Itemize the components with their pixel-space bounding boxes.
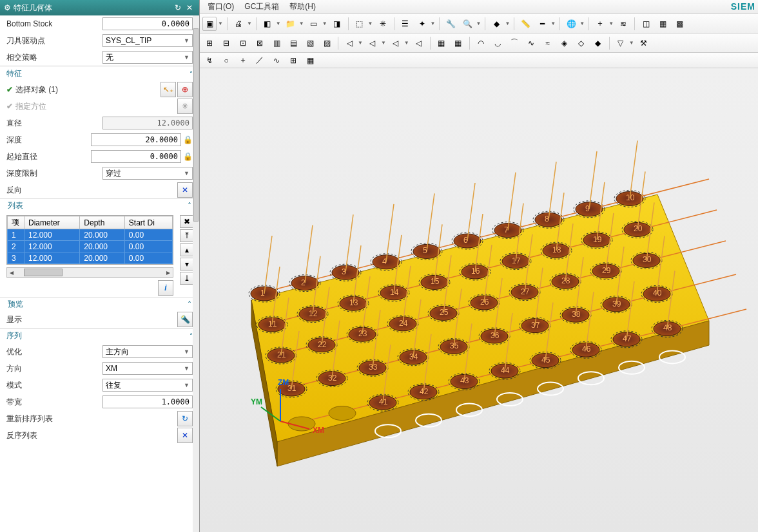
tb3-curve7-icon[interactable]: ▦ [303, 53, 317, 68]
col-startdi[interactable]: Start Di [124, 216, 172, 229]
col-depth[interactable]: Depth [80, 216, 125, 229]
tb2-b-icon[interactable]: ⊟ [219, 36, 233, 50]
tb3-curve6-icon[interactable]: ⊞ [286, 53, 300, 68]
tb3-curve3-icon[interactable]: ＋ [236, 53, 250, 68]
list-up-button[interactable]: ▴ [180, 243, 194, 256]
list-bottom-button[interactable]: ⤓ [180, 272, 194, 285]
tool-drive-select[interactable]: SYS_CL_TIP▼ [102, 34, 193, 47]
tb-list-icon[interactable]: ☰ [398, 17, 413, 31]
preview-section-header[interactable]: 预览˄ [0, 297, 199, 311]
viewport[interactable]: 1234567891011121314151617181920212223242… [200, 68, 758, 532]
tb2-grid2-icon[interactable]: ▦ [451, 36, 465, 50]
sequence-section-header[interactable]: 序列˄ [0, 328, 199, 343]
orient-csys-button[interactable]: ✳ [177, 99, 193, 114]
tb3-curve1-icon[interactable]: ↯ [202, 53, 217, 68]
list-down-button[interactable]: ▾ [180, 258, 194, 271]
tb2-surf4-icon[interactable]: ∿ [524, 36, 538, 50]
tb-print-icon[interactable]: 🖨 [231, 17, 246, 31]
tb-cube1-icon[interactable]: ◫ [639, 17, 653, 31]
start-dia-input[interactable] [91, 150, 181, 163]
tb2-tri-icon[interactable]: ▽ [614, 36, 628, 50]
tb-folder-icon[interactable]: 📁 [284, 17, 298, 31]
list-remove-button[interactable]: ✖ [180, 215, 194, 228]
tb-axis-icon[interactable]: ✦ [415, 17, 429, 31]
lock-icon[interactable]: 🔒 [182, 135, 193, 145]
tb-wrench-icon[interactable]: 🔧 [443, 17, 458, 31]
tb2-surf7-icon[interactable]: ◇ [574, 36, 588, 50]
tb2-sp3-icon[interactable]: ◁ [389, 36, 403, 50]
tb-diamond-icon[interactable]: ◆ [489, 17, 503, 31]
lock-icon[interactable]: 🔒 [182, 151, 193, 162]
tb3-curve5-icon[interactable]: ∿ [269, 53, 284, 68]
revseq-button[interactable]: ✕ [177, 428, 193, 443]
tb2-g-icon[interactable]: ▧ [303, 36, 317, 50]
reorder-button[interactable]: ↻ [177, 411, 193, 426]
tb2-c-icon[interactable]: ⊡ [236, 36, 250, 50]
tb-layers-icon[interactable]: ≋ [616, 17, 630, 31]
table-row[interactable]: 112.00020.0000.00 [8, 229, 173, 241]
select-target-button[interactable]: ⊕ [177, 82, 193, 97]
col-item[interactable]: 项 [8, 216, 24, 229]
tb2-surf2-icon[interactable]: ◡ [491, 36, 505, 50]
tb2-sp4-icon[interactable]: ◁ [412, 36, 426, 50]
tb-cube3-icon[interactable]: ▩ [672, 17, 686, 31]
list-info-button[interactable]: i [158, 280, 173, 296]
tb2-d-icon[interactable]: ⊠ [253, 36, 267, 50]
tb-magnify-icon[interactable]: 🔍 [460, 17, 474, 31]
tb2-surf1-icon[interactable]: ◠ [474, 36, 488, 50]
optimize-select[interactable]: 主方向▼ [102, 345, 193, 358]
direction-select[interactable]: XM▼ [102, 362, 193, 375]
tb-globe-icon[interactable]: 🌐 [564, 17, 578, 31]
table-row[interactable]: 312.00020.0000.00 [8, 252, 173, 264]
list-top-button[interactable]: ⤒ [180, 229, 194, 242]
tb2-surf8-icon[interactable]: ◆ [591, 36, 605, 50]
tb-model-icon[interactable]: ⬚ [353, 17, 367, 31]
tb-measure-icon[interactable]: 📏 [518, 17, 532, 31]
tb3-curve2-icon[interactable]: ○ [219, 53, 233, 68]
tb2-tool-icon[interactable]: ⚒ [637, 36, 651, 50]
tb-box-icon[interactable]: ◧ [260, 17, 275, 31]
tb2-grid1-icon[interactable]: ▦ [434, 36, 449, 50]
feature-section-header[interactable]: 特征˄ [0, 66, 199, 81]
tb-ruler-icon[interactable]: ━ [535, 17, 549, 31]
bottom-stock-input[interactable] [102, 17, 193, 30]
tb3-curve4-icon[interactable]: ／ [253, 53, 267, 68]
tb-fit-icon[interactable]: ▣ [202, 17, 217, 31]
tb2-e-icon[interactable]: ▥ [269, 36, 284, 50]
mode-select[interactable]: 往复▼ [102, 379, 193, 392]
tb2-h-icon[interactable]: ▨ [320, 36, 334, 50]
menu-gctool[interactable]: GC工具箱 [239, 1, 284, 12]
tb2-sp2-icon[interactable]: ◁ [365, 36, 380, 50]
col-diameter[interactable]: Diameter [24, 216, 80, 229]
tb2-sp1-icon[interactable]: ◁ [342, 36, 356, 50]
band-input[interactable] [102, 395, 193, 408]
tb2-surf6-icon[interactable]: ◈ [558, 36, 572, 50]
tb2-f-icon[interactable]: ▤ [286, 36, 300, 50]
depth-limit-select[interactable]: 穿过▼ [102, 167, 193, 180]
table-hscroll[interactable]: ◂▸ [6, 267, 173, 278]
svg-text:15: 15 [431, 277, 440, 286]
svg-text:9: 9 [585, 204, 590, 213]
depth-input[interactable] [91, 133, 181, 146]
svg-text:21: 21 [277, 350, 286, 359]
tb-cube2-icon[interactable]: ▦ [656, 17, 670, 31]
tb-csys-icon[interactable]: ✳ [376, 17, 390, 31]
reset-icon[interactable]: ↻ [172, 2, 184, 14]
intersect-select[interactable]: 无▼ [102, 51, 193, 64]
menu-window[interactable]: 窗口(O) [202, 1, 239, 12]
select-cursor-button[interactable]: ↖₊ [160, 82, 176, 97]
tb2-surf3-icon[interactable]: ⌒ [507, 36, 521, 50]
tb-shade-icon[interactable]: ◨ [330, 17, 344, 31]
tb2-a-icon[interactable]: ⊞ [202, 36, 217, 50]
feature-table[interactable]: 项 Diameter Depth Start Di 112.00020.0000… [6, 215, 173, 265]
panel-vscroll[interactable] [193, 15, 199, 532]
reverse-button[interactable]: ✕ [177, 182, 193, 198]
tb-plus-icon[interactable]: ＋ [593, 17, 607, 31]
close-icon[interactable]: ✕ [184, 2, 195, 14]
list-section-header[interactable]: 列表˄ [0, 198, 199, 213]
tb-sheet-icon[interactable]: ▭ [307, 17, 321, 31]
table-row[interactable]: 212.00020.0000.00 [8, 241, 173, 252]
show-preview-button[interactable]: 🔦 [177, 312, 193, 327]
tb2-surf5-icon[interactable]: ≈ [541, 36, 555, 50]
menu-help[interactable]: 帮助(H) [284, 1, 321, 12]
